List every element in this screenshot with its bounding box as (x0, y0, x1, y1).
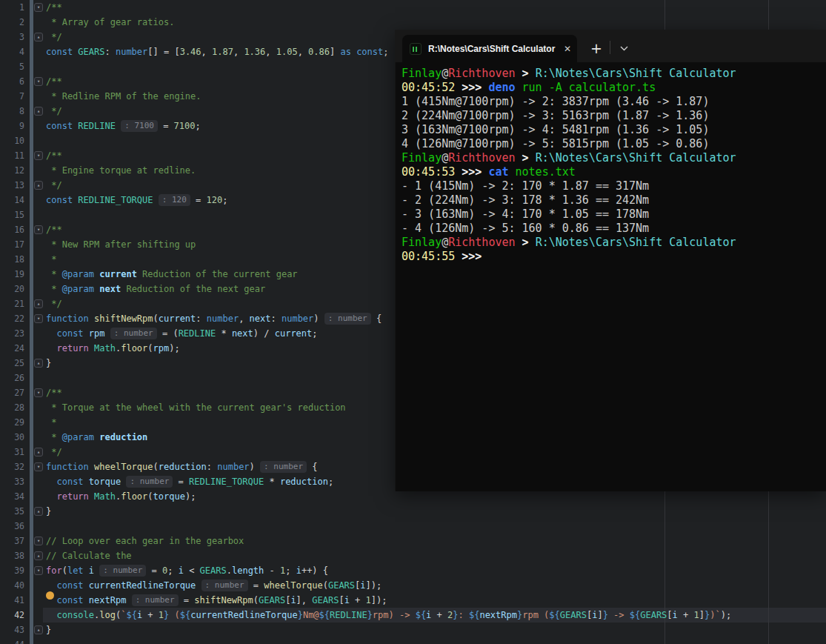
fold-collapse-icon[interactable]: ▾ (34, 3, 43, 12)
line-number: 32 (0, 459, 24, 474)
code-text: /** (46, 148, 62, 163)
line-number: 43 (0, 623, 24, 637)
fold-collapse-icon[interactable]: ▾ (34, 151, 43, 160)
line-number: 9 (0, 119, 24, 133)
fold-collapse-icon[interactable]: ▾ (34, 77, 43, 86)
inlay-hint-chip: : number (201, 580, 248, 591)
code-line[interactable]: 40 const currentRedlineTorque : number =… (0, 578, 826, 593)
tab-dropdown-button[interactable] (613, 37, 634, 59)
code-text: console.log(`${i + 1} (${currentRedlineT… (46, 608, 731, 623)
line-number: 20 (0, 282, 24, 296)
code-text: // Loop over each gear in the gearbox (46, 534, 244, 548)
code-line[interactable]: 39▾for(let i : number = 0; i < GEARS.len… (0, 563, 826, 578)
terminal-line: - 3 (163Nm) -> 4: 170 * 1.05 == 178Nm (402, 208, 826, 222)
new-tab-button[interactable]: + (585, 37, 607, 59)
line-number: 44 (0, 637, 24, 644)
fold-collapse-icon[interactable]: ▾ (34, 314, 43, 323)
code-text: * Engine torque at redline. (46, 163, 196, 178)
code-text: const nextRpm : number = shiftNewRpm(GEA… (46, 593, 387, 608)
line-number: 38 (0, 548, 24, 563)
line-number: 36 (0, 519, 24, 534)
shell-icon (410, 43, 422, 55)
code-text: */ (46, 445, 62, 459)
tab-close-icon[interactable]: ✕ (564, 44, 571, 54)
fold-region-end-icon[interactable]: ▴ (34, 507, 43, 516)
line-number: 5 (0, 59, 24, 74)
line-number: 21 (0, 296, 24, 311)
fold-collapse-icon[interactable]: ▾ (34, 225, 43, 234)
inlay-hint-chip: : number (110, 328, 157, 339)
code-line[interactable]: 35▴} (0, 504, 826, 519)
terminal-line: Finlay@Richthoven > R:\Notes\Cars\Shift … (402, 236, 826, 250)
fold-region-end-icon[interactable]: ▴ (34, 359, 43, 368)
line-number: 19 (0, 267, 24, 282)
terminal-line: 00:45:55 >>> (402, 250, 826, 264)
terminal-tab[interactable]: R:\Notes\Cars\Shift Calculator ✕ (402, 35, 577, 62)
line-number: 42 (0, 608, 24, 623)
line-number: 28 (0, 400, 24, 415)
code-line[interactable]: 38▴// Calculate the (0, 548, 826, 563)
fold-collapse-icon[interactable]: ▾ (34, 566, 43, 575)
code-line[interactable]: 2 * Array of gear ratios. (0, 15, 826, 30)
tab-bar-divider (610, 41, 610, 54)
line-number: 6 (0, 74, 24, 89)
code-text: } (46, 356, 51, 371)
inlay-hint-chip: : number (260, 461, 307, 473)
code-text: const currentRedlineTorque : number = wh… (46, 578, 382, 593)
terminal-line: 3 (163Nm@7100rpm) -> 4: 5481rpm (1.36 ->… (402, 123, 826, 137)
line-number: 7 (0, 89, 24, 104)
inlay-hint-chip: : number (126, 476, 173, 488)
line-number: 31 (0, 445, 24, 459)
terminal-line: Finlay@Richthoven > R:\Notes\Cars\Shift … (402, 67, 826, 81)
line-number: 22 (0, 311, 24, 326)
fold-region-end-icon[interactable]: ▴ (34, 299, 43, 308)
code-text: /** (46, 74, 62, 89)
terminal-tab-title: R:\Notes\Cars\Shift Calculator (428, 44, 559, 54)
terminal-line: - 4 (126Nm) -> 5: 160 * 0.86 == 137Nm (402, 222, 826, 236)
fold-region-end-icon[interactable]: ▴ (34, 448, 43, 457)
code-text: const rpm : number = (REDLINE * next) / … (46, 326, 318, 341)
code-line[interactable]: 1▾/** (0, 0, 826, 15)
code-text: // Calculate the (46, 548, 132, 563)
code-text: function wheelTorque(reduction: number) … (46, 459, 317, 474)
code-text: const REDLINE_TORQUE : 120 = 120; (46, 193, 227, 208)
code-line[interactable]: 44 (0, 637, 826, 644)
line-number: 8 (0, 104, 24, 119)
code-text: return Math.floor(torque); (46, 489, 196, 504)
code-text: * @param next Reduction of the next gear (46, 282, 265, 296)
line-number: 16 (0, 222, 24, 237)
line-number: 27 (0, 385, 24, 400)
line-number: 37 (0, 534, 24, 548)
line-number: 4 (0, 44, 24, 59)
code-line[interactable]: 34 return Math.floor(torque); (0, 489, 826, 504)
fold-region-end-icon[interactable]: ▴ (34, 625, 43, 634)
fold-collapse-icon[interactable]: ▾ (34, 462, 43, 471)
line-number: 17 (0, 237, 24, 252)
line-number: 23 (0, 326, 24, 341)
fold-region-end-icon[interactable]: ▴ (34, 107, 43, 116)
line-number: 18 (0, 252, 24, 267)
fold-region-end-icon[interactable]: ▴ (34, 551, 43, 560)
line-number: 26 (0, 371, 24, 385)
code-line[interactable]: 36 (0, 519, 826, 534)
code-text: const torque : number = REDLINE_TORQUE *… (46, 474, 333, 489)
code-line[interactable]: 41 const nextRpm : number = shiftNewRpm(… (0, 593, 826, 608)
code-line[interactable]: 43▴} (0, 623, 826, 637)
code-text: /** (46, 385, 62, 400)
terminal-output[interactable]: Finlay@Richthoven > R:\Notes\Cars\Shift … (395, 62, 826, 491)
line-number: 13 (0, 178, 24, 193)
fold-collapse-icon[interactable]: ▾ (34, 537, 43, 545)
line-number: 2 (0, 15, 24, 30)
code-text: * @param current Reduction of the curren… (46, 267, 298, 282)
terminal-tab-bar: R:\Notes\Cars\Shift Calculator ✕ + (395, 30, 826, 62)
line-number: 1 (0, 0, 24, 15)
code-text: * (46, 415, 56, 430)
fold-collapse-icon[interactable]: ▾ (34, 388, 43, 397)
code-text: const GEARS: number[] = [3.46, 1.87, 1.3… (46, 44, 389, 59)
terminal-line: 1 (415Nm@7100rpm) -> 2: 3837rpm (3.46 ->… (402, 95, 826, 109)
inlay-hint-chip: : number (324, 313, 371, 325)
fold-region-end-icon[interactable]: ▴ (34, 33, 43, 42)
code-line[interactable]: 42 console.log(`${i + 1} (${currentRedli… (0, 608, 826, 623)
code-line[interactable]: 37▾// Loop over each gear in the gearbox (0, 534, 826, 548)
fold-region-end-icon[interactable]: ▴ (34, 181, 43, 190)
